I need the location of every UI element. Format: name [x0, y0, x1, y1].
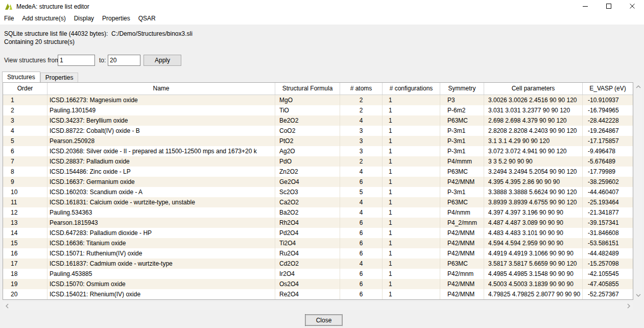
column-header-5[interactable]: Symmetry	[440, 83, 484, 95]
table-row[interactable]: 13Pearson.1815943Rh2O461P4_2/mnm4.487 4.…	[3, 218, 633, 228]
to-input[interactable]	[108, 55, 140, 66]
table-row[interactable]: 2Pauling.1301549TiO21P-6m23.031 3.031 3.…	[3, 105, 633, 115]
column-header-0[interactable]: Order	[3, 83, 47, 95]
tab-structures[interactable]: Structures	[2, 72, 40, 82]
column-header-3[interactable]: # atoms	[340, 83, 383, 95]
table-cell: 6	[340, 279, 383, 289]
table-row[interactable]: 11ICSD.161831: Calcium oxide - wurtzite-…	[3, 197, 633, 207]
table-cell: -53.586151	[583, 238, 633, 248]
table-cell: 3.1 3.1 4.29 90 90 120	[484, 136, 583, 146]
table-row[interactable]: 9ICSD.16637: Germanium oxideGe2O461P42/M…	[3, 177, 633, 187]
scroll-up-button[interactable]	[635, 83, 642, 90]
table-cell: 9	[3, 177, 47, 187]
table-cell: ICSD.34237: Beryllium oxide	[47, 115, 275, 126]
table-cell: P4_2/mnm	[440, 218, 484, 228]
table-cell: 1	[383, 279, 440, 289]
table-cell: 1	[3, 95, 47, 105]
table-cell: 1	[383, 156, 440, 167]
table-row[interactable]: 12Pauling.534363Ba2O241P4/nmm4.397 4.397…	[3, 207, 633, 218]
close-icon	[630, 4, 635, 9]
table-row[interactable]: 5Pearson.250928PtO231P-3m13.1 3.1 4.29 9…	[3, 136, 633, 146]
from-input[interactable]	[58, 55, 95, 66]
table-cell: 1	[383, 289, 440, 299]
table-cell: ICSD.20368: Silver oxide - II - prepared…	[47, 146, 275, 156]
table-cell: -21.341877	[583, 207, 633, 218]
column-header-4[interactable]: # configurations	[383, 83, 440, 95]
close-button[interactable]: Close	[305, 314, 343, 326]
table-cell: P42/MNM	[440, 279, 484, 289]
table-cell: Be2O2	[275, 115, 340, 126]
table-cell: 2	[340, 156, 383, 167]
table-row[interactable]: 1ICSD.166273: Magnesium oxideMgO21P33.00…	[3, 95, 633, 105]
table-cell: -52.257367	[583, 289, 633, 299]
table-cell: 19	[3, 279, 47, 289]
table-row[interactable]: 16ICSD.15071: Ruthenium(IV) oxideRu2O461…	[3, 248, 633, 259]
menu-bar: File Add structure(s) Display Properties…	[0, 13, 644, 25]
table-cell: P42/MNM	[440, 177, 484, 187]
table-cell: 16	[3, 248, 47, 259]
table-cell: -25.193464	[583, 197, 633, 207]
menu-properties[interactable]: Properties	[98, 13, 134, 25]
table-cell: 3.5817 3.5817 5.6659 90 90 120	[484, 259, 583, 269]
scroll-left-button[interactable]	[4, 302, 11, 310]
column-header-7[interactable]: E_VASP (eV)	[583, 83, 633, 95]
table-cell: 12	[3, 207, 47, 218]
table-cell: ICSD.15070: Osmium oxide	[47, 279, 275, 289]
table-cell: 3.072 3.072 4.941 90 90 120	[484, 146, 583, 156]
table-row[interactable]: 17ICSD.161837: Cadmium oxide - wurtzite-…	[3, 259, 633, 269]
table-cell: ICSD.28837: Palladium oxide	[47, 156, 275, 167]
column-header-6[interactable]: Cell parameters	[484, 83, 583, 95]
table-cell: P-3m1	[440, 146, 484, 156]
horizontal-scrollbar[interactable]	[3, 302, 633, 310]
tab-bar: Structures Properties	[2, 72, 78, 82]
table-cell: P63MC	[440, 167, 484, 177]
tab-properties[interactable]: Properties	[40, 73, 79, 82]
close-window-button[interactable]	[621, 0, 644, 13]
table-cell: 6	[340, 228, 383, 238]
table-body: 1ICSD.166273: Magnesium oxideMgO21P33.00…	[3, 95, 633, 299]
table-cell: 1	[383, 115, 440, 126]
table-row[interactable]: 7ICSD.28837: Palladium oxidePdO21P4/mmm3…	[3, 156, 633, 167]
table-cell: -9.496478	[583, 146, 633, 156]
maximize-button[interactable]	[597, 0, 621, 13]
scroll-right-button[interactable]	[625, 302, 632, 310]
minimize-button[interactable]	[574, 0, 597, 13]
table-row[interactable]: 14ICSD.647283: Palladium dioxide - HPPd2…	[3, 228, 633, 238]
table-row[interactable]: 20ICSD.154021: Rhenium(IV) oxideRe2O461P…	[3, 289, 633, 299]
table-cell: Pearson.250928	[47, 136, 275, 146]
table-cell: 3.8939 3.8939 4.6755 90 90 120	[484, 197, 583, 207]
table-row[interactable]: 3ICSD.34237: Beryllium oxideBe2O241P63MC…	[3, 115, 633, 126]
table-row[interactable]: 15ICSD.16636: Titanium oxideTi2O461P42/M…	[3, 238, 633, 248]
table-cell: 3	[340, 146, 383, 156]
table-cell: P3	[440, 95, 484, 105]
table-cell: Pd2O4	[275, 228, 340, 238]
column-header-1[interactable]: Name	[47, 83, 275, 95]
table-cell: 1	[383, 259, 440, 269]
table-cell: ICSD.16636: Titanium oxide	[47, 238, 275, 248]
table-cell: 1	[383, 248, 440, 259]
table-row[interactable]: 6ICSD.20368: Silver oxide - II - prepare…	[3, 146, 633, 156]
table-row[interactable]: 18Pauling.453885Ir2O461P42/mnm4.4985 4.4…	[3, 269, 633, 279]
apply-button[interactable]: Apply	[144, 55, 181, 66]
chevron-right-icon	[627, 303, 630, 309]
table-cell: 4	[340, 207, 383, 218]
table-row[interactable]: 10ICSD.160203: Scandium oxide - ASc2O351…	[3, 187, 633, 197]
table-row[interactable]: 19ICSD.15070: Osmium oxideOs2O461P42/MNM…	[3, 279, 633, 289]
menu-qsar[interactable]: QSAR	[134, 13, 160, 25]
menu-file[interactable]: File	[0, 13, 18, 25]
table-cell: 1	[383, 136, 440, 146]
table-cell: -31.846608	[583, 228, 633, 238]
vertical-scrollbar[interactable]	[634, 82, 642, 300]
menu-add-structures[interactable]: Add structure(s)	[18, 13, 69, 25]
table-cell: 2.8208 2.8208 4.2403 90 90 120	[484, 126, 583, 136]
table-cell: P63MC	[440, 115, 484, 126]
table-row[interactable]: 4ICSD.88722: Cobalt(IV) oxide - BCoO231P…	[3, 126, 633, 136]
column-header-2[interactable]: Structural Formula	[275, 83, 340, 95]
table-cell: 4.4985 4.4985 3.1548 90 90 90	[484, 269, 583, 279]
menu-display[interactable]: Display	[70, 13, 98, 25]
scroll-down-button[interactable]	[635, 292, 642, 299]
table-cell: 4	[340, 259, 383, 269]
table-row[interactable]: 8ICSD.154486: Zinc oxide - LPZn2O241P63M…	[3, 167, 633, 177]
table-cell: 4.594 4.594 2.959 90 90 90	[484, 238, 583, 248]
table-cell: 13	[3, 218, 47, 228]
